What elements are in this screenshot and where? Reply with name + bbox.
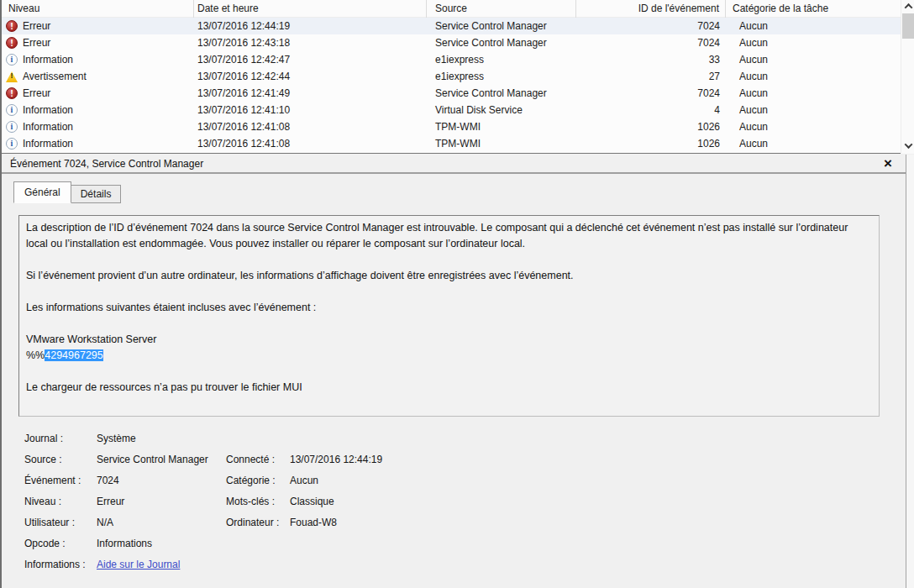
event-category: Aucun bbox=[726, 118, 901, 135]
field-value: Aide sur le Journal bbox=[97, 554, 226, 575]
help-journal-link[interactable]: Aide sur le Journal bbox=[97, 559, 180, 570]
event-datetime: 13/07/2016 12:41:10 bbox=[194, 102, 427, 118]
field-label: Ordinateur : bbox=[226, 512, 290, 533]
error-icon bbox=[6, 87, 18, 99]
event-source: Virtual Disk Service bbox=[427, 102, 576, 118]
detail-tabs: Général Détails bbox=[13, 181, 121, 203]
level-label: Erreur bbox=[23, 18, 50, 34]
field-label: Opcode : bbox=[24, 533, 97, 554]
field-value: Système bbox=[97, 428, 226, 449]
event-row[interactable]: Information 13/07/2016 12:42:47 e1iexpre… bbox=[2, 51, 901, 68]
scroll-down-icon[interactable] bbox=[901, 139, 914, 152]
info-icon bbox=[6, 54, 18, 66]
column-header-niveau[interactable]: Niveau bbox=[2, 0, 194, 18]
warning-icon bbox=[6, 71, 18, 82]
percent-prefix: %% bbox=[26, 349, 45, 361]
level-label: Erreur bbox=[23, 34, 50, 51]
field-value: Classique bbox=[290, 491, 382, 512]
event-source: Service Control Manager bbox=[427, 85, 576, 102]
error-icon bbox=[6, 37, 18, 49]
close-icon[interactable]: × bbox=[880, 155, 896, 172]
column-header-event-id[interactable]: ID de l'événement bbox=[576, 0, 726, 18]
event-datetime: 13/07/2016 12:42:44 bbox=[194, 68, 427, 85]
event-description-box: La description de l’ID d’événement 7024 … bbox=[18, 215, 880, 417]
event-list-pane: Niveau Date et heure Source ID de l'évén… bbox=[2, 0, 914, 154]
event-id: 1026 bbox=[576, 135, 726, 152]
field-label: Événement : bbox=[24, 470, 97, 491]
event-category: Aucun bbox=[726, 51, 901, 68]
field-value: Service Control Manager bbox=[97, 449, 226, 470]
event-row[interactable]: Erreur 13/07/2016 12:41:49 Service Contr… bbox=[2, 85, 901, 102]
event-source: Service Control Manager bbox=[427, 34, 576, 51]
description-paragraph: Le chargeur de ressources n’a pas pu tro… bbox=[26, 380, 872, 396]
field-value bbox=[290, 533, 382, 554]
field-label: Utilisateur : bbox=[24, 512, 97, 533]
column-header-category[interactable]: Catégorie de la tâche bbox=[726, 0, 901, 18]
tab-general[interactable]: Général bbox=[13, 181, 71, 203]
event-row[interactable]: Information 13/07/2016 12:41:08 TPM-WMI … bbox=[2, 118, 901, 135]
event-source: e1iexpress bbox=[427, 68, 576, 85]
selected-text: 4294967295 bbox=[45, 349, 103, 361]
event-datetime: 13/07/2016 12:41:08 bbox=[194, 135, 427, 152]
event-source: Service Control Manager bbox=[427, 18, 576, 34]
event-category: Aucun bbox=[726, 85, 901, 102]
event-id: 4 bbox=[576, 102, 726, 118]
field-value: N/A bbox=[97, 512, 226, 533]
event-id: 33 bbox=[576, 51, 726, 68]
event-id: 7024 bbox=[576, 18, 726, 34]
field-label: Connecté : bbox=[226, 449, 290, 470]
info-icon bbox=[6, 104, 18, 116]
event-source: e1iexpress bbox=[427, 51, 576, 68]
field-value: Erreur bbox=[97, 491, 226, 512]
field-value bbox=[290, 554, 382, 575]
info-icon bbox=[6, 121, 18, 133]
level-label: Avertissement bbox=[23, 68, 87, 85]
event-category: Aucun bbox=[726, 102, 901, 118]
level-label: Information bbox=[23, 135, 73, 152]
field-value: 13/07/2016 12:44:19 bbox=[290, 449, 382, 470]
event-id: 7024 bbox=[576, 85, 726, 102]
field-label: Journal : bbox=[24, 428, 97, 449]
list-scrollbar[interactable] bbox=[901, 0, 914, 154]
event-row[interactable]: Information 13/07/2016 12:41:08 TPM-WMI … bbox=[2, 135, 901, 152]
field-label: Informations : bbox=[24, 554, 97, 575]
field-value: Fouad-W8 bbox=[290, 512, 382, 533]
field-value: 7024 bbox=[97, 470, 226, 491]
event-viewer-window: Niveau Date et heure Source ID de l'évén… bbox=[0, 0, 914, 588]
scrollbar-thumb[interactable] bbox=[902, 13, 914, 39]
event-row[interactable]: Information 13/07/2016 12:41:10 Virtual … bbox=[2, 102, 901, 118]
event-datetime: 13/07/2016 12:41:08 bbox=[194, 118, 427, 135]
level-label: Information bbox=[23, 102, 73, 118]
event-category: Aucun bbox=[726, 34, 901, 51]
column-header-date[interactable]: Date et heure bbox=[194, 0, 427, 18]
event-datetime: 13/07/2016 12:42:47 bbox=[194, 51, 427, 68]
detail-title-bar: Événement 7024, Service Control Manager … bbox=[2, 155, 906, 174]
column-header-source[interactable]: Source bbox=[427, 0, 576, 18]
included-info-line: VMware Workstation Server bbox=[26, 332, 872, 348]
field-value: Aucun bbox=[290, 470, 382, 491]
event-properties: Journal : Système Source : Service Contr… bbox=[24, 428, 382, 575]
included-info-line: %%4294967295 bbox=[26, 348, 872, 364]
error-icon bbox=[6, 20, 18, 32]
event-row[interactable]: Erreur 13/07/2016 12:44:19 Service Contr… bbox=[2, 18, 901, 34]
event-datetime: 13/07/2016 12:44:19 bbox=[194, 18, 427, 34]
event-datetime: 13/07/2016 12:41:49 bbox=[194, 85, 427, 102]
event-datetime: 13/07/2016 12:43:18 bbox=[194, 34, 427, 51]
description-paragraph: Les informations suivantes étaient inclu… bbox=[26, 300, 872, 316]
right-margin-strip bbox=[906, 155, 914, 588]
field-label: Catégorie : bbox=[226, 470, 290, 491]
level-label: Information bbox=[23, 118, 73, 135]
event-row[interactable]: Erreur 13/07/2016 12:43:18 Service Contr… bbox=[2, 34, 901, 51]
field-value bbox=[290, 428, 382, 449]
scroll-up-icon[interactable] bbox=[901, 0, 914, 13]
tab-details[interactable]: Détails bbox=[71, 185, 122, 203]
field-label: Niveau : bbox=[24, 491, 97, 512]
field-label: Mots-clés : bbox=[226, 491, 290, 512]
event-category: Aucun bbox=[726, 18, 901, 34]
event-detail-pane: Événement 7024, Service Control Manager … bbox=[2, 155, 906, 588]
description-paragraph: Si l’événement provient d’un autre ordin… bbox=[26, 268, 872, 284]
description-paragraph: La description de l’ID d’événement 7024 … bbox=[26, 220, 872, 252]
event-id: 7024 bbox=[576, 34, 726, 51]
field-label bbox=[226, 554, 290, 575]
event-row[interactable]: Avertissement 13/07/2016 12:42:44 e1iexp… bbox=[2, 68, 901, 85]
